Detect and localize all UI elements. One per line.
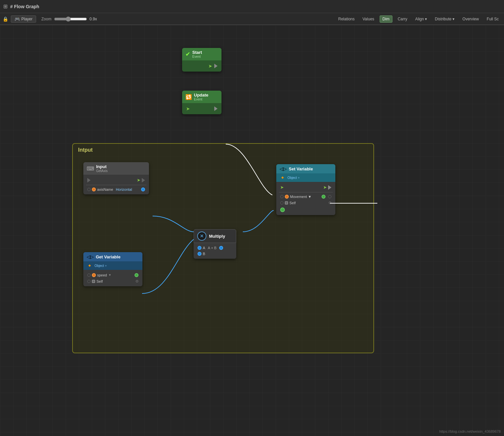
setvariable-node-title: Set Variable — [289, 166, 313, 171]
movement-label: Movement ▼ — [290, 195, 311, 199]
distribute-button[interactable]: Distribute ▾ — [432, 16, 457, 22]
setvariable-green-port[interactable] — [280, 207, 285, 212]
relations-button[interactable]: Relations — [336, 16, 357, 22]
start-node-subtitle: Event — [192, 55, 202, 58]
keyboard-icon: ⌨ — [87, 165, 94, 172]
multiply-icon: ✕ — [197, 231, 206, 241]
speed-out-port[interactable] — [135, 273, 138, 277]
getvariable-icon: ◁▷ — [87, 254, 94, 259]
player-label: Player — [21, 17, 32, 21]
align-button[interactable]: Align ▾ — [412, 16, 430, 22]
multiply-result-out-port[interactable] — [219, 246, 223, 250]
watermark: https://blog.csdn.net/weixin_43689678 — [439, 429, 501, 433]
update-flow-out-arrow: ➤ — [186, 106, 190, 111]
setvariable-check2 — [280, 201, 284, 205]
axisname-label: axisName — [97, 187, 113, 191]
toolbar: 🔒 🎮 Player Zoom 0.9x Relations Values Di… — [0, 13, 504, 25]
getvariable-node: ◁▷ Get Variable 🔸 Object ÷ speed ▾ — [83, 252, 142, 286]
zoom-slider[interactable] — [54, 16, 87, 22]
getvariable-check2 — [87, 280, 91, 283]
setvariable-self-label: Self — [289, 201, 296, 205]
setvariable-flow-out-arrow: ➤ — [323, 185, 327, 190]
update-flow-out-port[interactable] — [214, 106, 218, 111]
setvariable-flow-out-port[interactable] — [328, 185, 331, 190]
start-node: ✔ Start Event ➤ — [182, 48, 221, 72]
start-node-title: Start — [192, 50, 202, 55]
titlebar: ⊞ # Flow Graph — [0, 0, 504, 13]
setvariable-node: ◁▷ Set Variable 🔸 Object ÷ ➤ ➤ — [276, 164, 335, 215]
getaxis-flow-out-port[interactable] — [142, 178, 145, 183]
movement-in-port[interactable] — [285, 195, 289, 199]
getvariable-node-title: Get Variable — [96, 254, 120, 259]
start-flow-out-port[interactable] — [214, 64, 218, 68]
speed-label: speed — [97, 273, 107, 277]
speed-dropdown[interactable]: ▾ — [109, 273, 111, 277]
fullscreen-button[interactable]: Full Sc — [484, 16, 501, 22]
getaxis-node: ⌨ Input GetAxis ➤ — [83, 162, 149, 194]
group-label: Intput — [78, 147, 93, 153]
multiply-result-label: A × B — [208, 246, 217, 250]
zoom-value: 0.9x — [90, 17, 97, 21]
zoom-label: Zoom — [41, 17, 52, 21]
getvariable-check1 — [87, 273, 91, 277]
self-port[interactable] — [92, 280, 95, 283]
axisname-port[interactable] — [92, 187, 96, 191]
setvariable-icon: ◁▷ — [280, 166, 287, 171]
getaxis-node-title: Input — [96, 164, 108, 169]
values-button[interactable]: Values — [360, 16, 377, 22]
axisname-out-port[interactable] — [141, 187, 145, 191]
canvas[interactable]: ✔ Start Event ➤ 🔁 Update Event ➤ — [0, 25, 504, 436]
multiply-b-in-port[interactable] — [198, 252, 201, 256]
self-clock: ⊙ — [136, 279, 138, 283]
multiply-b-label: B — [203, 252, 205, 256]
multiply-title: Multiply — [209, 234, 225, 239]
movement-out-port[interactable] — [322, 195, 326, 199]
getaxis-flow-out-arrow: ➤ — [137, 178, 140, 183]
setvariable-color-icon: 🔸 — [279, 174, 286, 181]
lock-icon: 🔒 — [3, 16, 8, 22]
multiply-a-in-port[interactable] — [198, 246, 201, 250]
getaxis-flow-in-port[interactable] — [87, 178, 91, 183]
getaxis-check — [87, 188, 91, 191]
update-node: 🔁 Update Event ➤ — [182, 91, 221, 114]
getaxis-node-subtitle: GetAxis — [96, 169, 108, 173]
carry-button[interactable]: Carry — [395, 16, 410, 22]
getvariable-color-icon: 🔸 — [86, 262, 93, 269]
update-node-icon: 🔁 — [185, 94, 192, 100]
axisname-value: Horizontal — [116, 187, 132, 191]
speed-port[interactable] — [92, 273, 96, 277]
window-title: # Flow Graph — [10, 4, 39, 9]
update-node-subtitle: Event — [194, 98, 208, 101]
setvariable-check-out — [328, 195, 331, 198]
multiply-node: ✕ Multiply A A × B B — [194, 229, 236, 259]
update-node-title: Update — [194, 93, 208, 98]
setvariable-subtitle: Object ÷ — [287, 176, 300, 180]
self-label: Self — [96, 279, 103, 283]
setvariable-self-clock: ⊙ — [328, 201, 331, 205]
graph-icon: ⊞ — [3, 3, 8, 10]
getvariable-subtitle: Object ÷ — [94, 264, 107, 268]
overview-button[interactable]: Overview — [460, 16, 481, 22]
setvariable-check1 — [280, 195, 284, 198]
setvariable-self-port[interactable] — [285, 201, 288, 205]
player-icon: 🎮 — [14, 16, 20, 22]
start-node-icon: ✔ — [185, 51, 190, 58]
player-button[interactable]: 🎮 Player — [11, 15, 36, 23]
multiply-a-label: A — [203, 246, 205, 250]
intput-group: Intput ⌨ Input GetAxis ➤ — [72, 143, 374, 353]
dim-button[interactable]: Dim — [380, 15, 392, 23]
start-flow-out-arrow: ➤ — [208, 63, 212, 69]
setvariable-flow-in-arrow: ➤ — [280, 185, 284, 190]
